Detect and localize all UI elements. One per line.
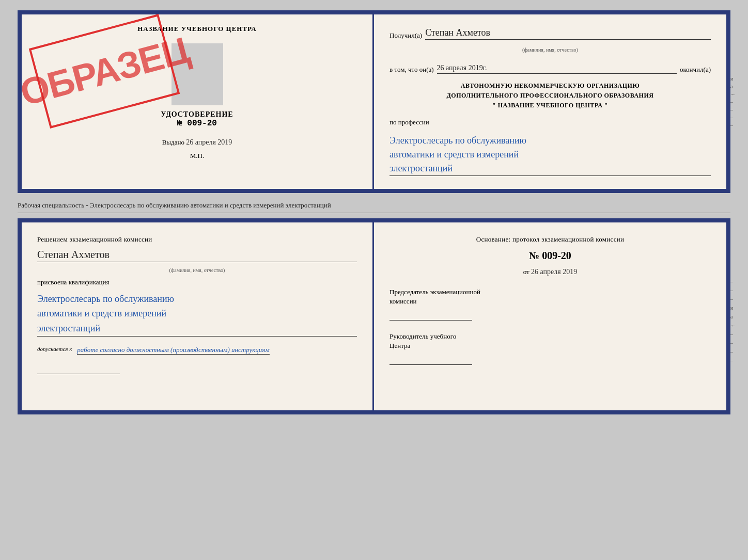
received-sub: (фамилия, имя, отчество) xyxy=(389,47,711,53)
infact-label: в том, что он(а) xyxy=(389,66,434,74)
allow-label: допускается к xyxy=(37,346,72,352)
director-block: Руководитель учебного Центра xyxy=(389,332,711,365)
side-marks-bottom: – – – и а ← – – – – xyxy=(730,279,736,363)
org-block: АВТОНОМНУЮ НЕКОММЕРЧЕСКУЮ ОРГАНИЗАЦИЮ ДО… xyxy=(389,81,711,111)
mark1: и xyxy=(730,75,736,81)
bmark4: и xyxy=(730,305,736,311)
mark7: – xyxy=(730,122,736,127)
top-doc-left: НАЗВАНИЕ УЧЕБНОГО ЦЕНТРА УДОСТОВЕРЕНИЕ №… xyxy=(22,14,374,189)
chairman-block: Председатель экзаменационной комиссии xyxy=(389,287,711,321)
photo-placeholder xyxy=(172,43,223,105)
prof-line1: Электрослесарь по обслуживанию xyxy=(389,134,711,148)
bmark8: – xyxy=(730,340,736,346)
side-marks-top: и а ← – – – – xyxy=(730,75,736,127)
director-label: Руководитель учебного Центра xyxy=(389,332,711,350)
bmark3: – xyxy=(730,296,736,302)
mark6: – xyxy=(730,114,736,120)
protocol-date-label: от xyxy=(523,268,529,276)
bmark9: – xyxy=(730,349,736,355)
qual-line2: автоматики и средств измерений xyxy=(37,306,357,321)
stamp-text: ОБРАЗЕЦ xyxy=(15,28,193,114)
decision-text: Решением экзаменационной комиссии xyxy=(37,235,357,244)
bmark7: – xyxy=(730,331,736,337)
middle-caption-text: Рабочая специальность - Электрослесарь п… xyxy=(18,201,331,209)
director-signature xyxy=(389,355,472,365)
cert-number: № 009-20 xyxy=(177,119,217,128)
cert-title: УДОСТОВЕРЕНИЕ xyxy=(161,110,233,119)
issued-label: Выдано xyxy=(162,138,184,146)
org-line2: ДОПОЛНИТЕЛЬНОГО ПРОФЕССИОНАЛЬНОГО ОБРАЗО… xyxy=(389,91,711,101)
mark4: – xyxy=(730,99,736,104)
top-center-title: НАЗВАНИЕ УЧЕБНОГО ЦЕНТРА xyxy=(137,25,257,33)
bottom-name-sub: (фамилия, имя, отчество) xyxy=(37,267,357,273)
qual-value: Электрослесарь по обслуживанию автоматик… xyxy=(37,292,357,337)
finished-label: окончил(а) xyxy=(680,66,711,74)
qual-line3: электростанций xyxy=(37,321,357,336)
protocol-date-value: 26 апреля 2019 xyxy=(531,268,577,276)
mark3: ← xyxy=(730,91,736,97)
top-document: НАЗВАНИЕ УЧЕБНОГО ЦЕНТРА УДОСТОВЕРЕНИЕ №… xyxy=(18,10,730,193)
profession-label: по профессии xyxy=(389,118,711,126)
received-name: Степан Ахметов xyxy=(425,27,711,40)
allow-row: допускается к работе согласно должностны… xyxy=(37,346,357,355)
chairman-label1: Председатель экзаменационной комиссии xyxy=(389,287,711,306)
received-row: Получил(а) Степан Ахметов xyxy=(389,27,711,40)
bmark2: – xyxy=(730,287,736,293)
chairman-signature xyxy=(389,310,472,321)
protocol-date: от 26 апреля 2019 xyxy=(389,268,711,276)
bmark6: ← xyxy=(730,323,736,328)
issued-line: Выдано 26 апреля 2019 xyxy=(162,138,232,147)
bottom-name: Степан Ахметов xyxy=(37,249,357,262)
basis-label: Основание: протокол экзаменационной коми… xyxy=(389,235,711,244)
bmark10: – xyxy=(730,358,736,363)
bottom-doc-left: Решением экзаменационной комиссии Степан… xyxy=(22,222,374,410)
protocol-number: № 009-20 xyxy=(389,250,711,262)
infact-row: в том, что он(а) 26 апреля 2019г. окончи… xyxy=(389,64,711,74)
prof-line2: автоматики и средств измерений xyxy=(389,148,711,162)
profession-value: Электрослесарь по обслуживанию автоматик… xyxy=(389,134,711,176)
qualified-text: присвоена квалификация xyxy=(37,278,357,286)
infact-date: 26 апреля 2019г. xyxy=(437,64,677,74)
org-line3: " НАЗВАНИЕ УЧЕБНОГО ЦЕНТРА " xyxy=(389,101,711,110)
allow-value: работе согласно должностным (производств… xyxy=(77,346,269,355)
mark5: – xyxy=(730,106,736,112)
bottom-document: Решением экзаменационной комиссии Степан… xyxy=(18,218,730,414)
received-label: Получил(а) xyxy=(389,31,422,40)
prof-line3: электростанций xyxy=(389,162,711,175)
allow-signature-line xyxy=(37,364,120,374)
bmark5: а xyxy=(730,314,736,319)
mark2: а xyxy=(730,83,736,89)
qual-line1: Электрослесарь по обслуживанию xyxy=(37,292,357,307)
bmark1: – xyxy=(730,279,736,284)
mp-line: М.П. xyxy=(190,152,204,160)
middle-caption: Рабочая специальность - Электрослесарь п… xyxy=(18,198,730,213)
issued-date: 26 апреля 2019 xyxy=(186,138,232,146)
top-doc-right: Получил(а) Степан Ахметов (фамилия, имя,… xyxy=(374,14,726,189)
org-line1: АВТОНОМНУЮ НЕКОММЕРЧЕСКУЮ ОРГАНИЗАЦИЮ xyxy=(389,81,711,91)
bottom-doc-right: Основание: протокол экзаменационной коми… xyxy=(374,222,726,410)
